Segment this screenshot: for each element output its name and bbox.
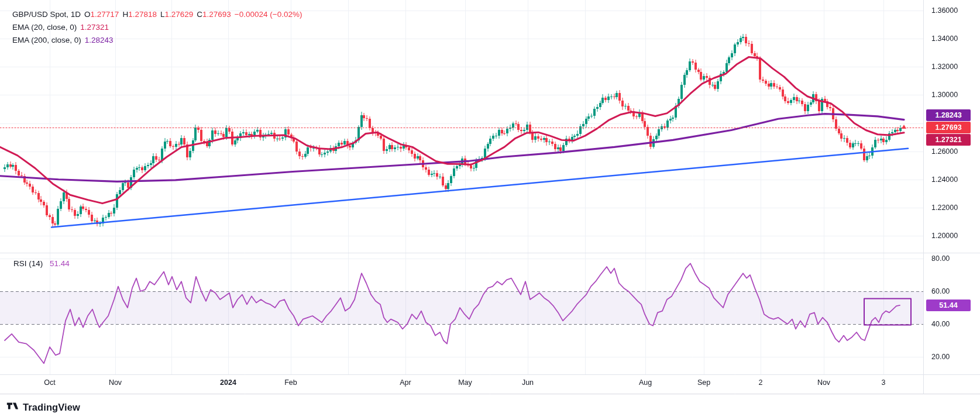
rsi-tick-label: 40.00 [931,319,950,329]
rsi-tick-label: 60.00 [931,287,950,296]
time-tick-label: 2 [759,378,763,387]
rsi-tick-label: 20.00 [931,352,950,362]
price-tick-label: 1.22000 [931,203,958,212]
price-tick-label: 1.26000 [931,147,958,156]
ema200-value: 1.28243 [85,34,114,47]
price-tick-label: 1.20000 [931,231,958,240]
last-price-badge: 1.27693 [926,122,971,133]
ema20-value: 1.27321 [80,21,109,34]
time-tick-label: Nov [109,378,122,387]
tradingview-brand-text: TradingView [23,402,80,413]
high-label: H [122,10,128,19]
price-tick-label: 1.32000 [931,62,958,71]
rsi-value-badge: 51.44 [926,299,971,311]
ema20-price-badge: 1.27321 [926,134,971,146]
rsi-legend-row[interactable]: RSI (14) 51.44 [13,259,74,268]
change-value: −0.00024 (−0.02%) [235,8,302,21]
ema200-price-badge: 1.28243 [926,109,971,121]
time-tick-label: Oct [44,378,55,387]
tradingview-logo-icon [6,400,19,415]
chart-root: GBP/USD Spot, 1D O1.27717 H1.27818 L1.27… [0,0,980,420]
price-chart-canvas[interactable] [0,0,980,420]
high-value: 1.27818 [128,10,157,19]
time-tick-label: May [458,378,472,387]
symbol-row[interactable]: GBP/USD Spot, 1D O1.27717 H1.27818 L1.27… [12,8,302,21]
time-tick-label: Sep [697,378,710,387]
open-value: 1.27717 [91,10,119,19]
time-tick-label: Feb [284,378,297,387]
price-tick-label: 1.36000 [931,6,958,15]
time-tick-label: Aug [639,378,652,387]
tradingview-attribution[interactable]: TradingView [6,400,80,415]
open-label: O [84,10,91,19]
rsi-tick-label: 80.00 [931,254,950,263]
price-tick-label: 1.24000 [931,175,958,184]
low-value: 1.27629 [164,10,193,19]
price-tick-label: 1.34000 [931,34,958,43]
ema200-legend-row[interactable]: EMA (200, close, 0) 1.28243 [12,34,302,47]
ema20-legend-row[interactable]: EMA (20, close, 0) 1.27321 [12,21,302,34]
rsi-value: 51.44 [50,259,70,268]
time-tick-label: Nov [817,378,830,387]
close-value: 1.27693 [202,10,231,19]
close-label: C [197,10,202,19]
symbol-title: GBP/USD Spot, 1D [12,8,81,21]
time-tick-label: 3 [882,378,886,387]
ema20-label: EMA (20, close, 0) [12,21,77,34]
time-tick-label: Jun [522,378,534,387]
symbol-legend[interactable]: GBP/USD Spot, 1D O1.27717 H1.27818 L1.27… [12,8,302,47]
time-tick-label: Apr [400,378,411,387]
price-tick-label: 1.30000 [931,90,958,99]
rsi-label: RSI (14) [13,259,43,268]
time-tick-label: 2024 [220,378,236,387]
ema200-label: EMA (200, close, 0) [12,34,81,47]
